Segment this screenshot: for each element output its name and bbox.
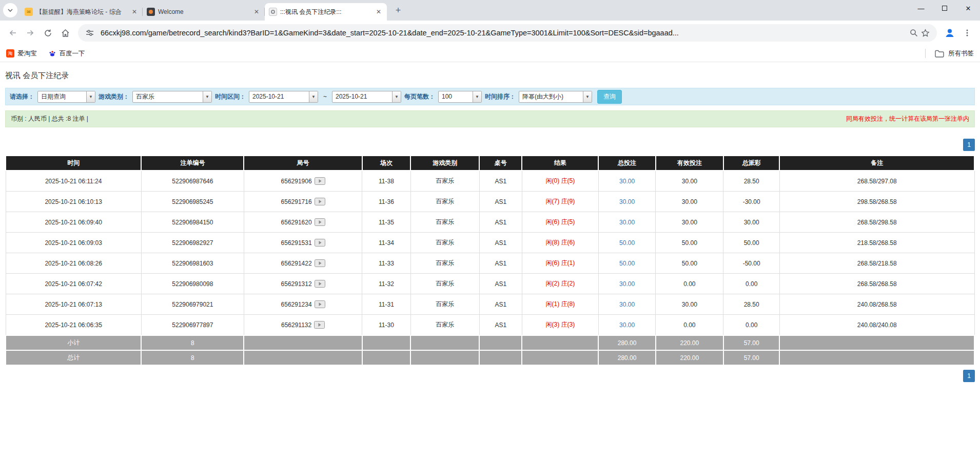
header-round-no: 局号: [244, 156, 362, 171]
record-favicon-icon: [269, 8, 277, 16]
date-start-picker[interactable]: 2025-10-21 ▼: [249, 91, 318, 103]
page-number-button[interactable]: 1: [963, 139, 975, 151]
header-total-bet: 总投注: [598, 156, 655, 171]
tab-close-icon[interactable]: ✕: [252, 8, 261, 16]
cell-table-no: AS1: [479, 253, 522, 274]
forum-favicon-icon: ✉: [25, 8, 33, 16]
tab-welcome[interactable]: Welcome ✕: [143, 3, 265, 21]
cell-bet-no: 522906984150: [141, 212, 244, 233]
header-table-no: 桌号: [479, 156, 522, 171]
forward-button[interactable]: [22, 24, 39, 42]
tab-close-icon[interactable]: ✕: [375, 8, 383, 16]
bookmark-baidu[interactable]: 百度一下: [48, 49, 85, 58]
page-size-value: 100: [439, 91, 473, 102]
tab-forum[interactable]: ✉ 【新提醒】海燕策略论坛 - 综合 ✕: [21, 3, 143, 21]
result-player: 闲(7): [545, 198, 559, 205]
new-tab-button[interactable]: +: [391, 3, 405, 17]
cell-note: 298.58/268.58: [779, 192, 974, 212]
round-replay-icon[interactable]: [315, 198, 325, 205]
profile-avatar[interactable]: [941, 24, 958, 42]
site-settings-icon[interactable]: [84, 27, 95, 39]
tab-bet-record[interactable]: :::视讯 会员下注纪录::: ✕: [265, 3, 387, 21]
total-bet-link[interactable]: 30.00: [619, 178, 635, 185]
cell-session: 11-35: [362, 212, 410, 233]
cell-round-no: 656291312: [244, 274, 362, 294]
round-replay-icon[interactable]: [315, 177, 325, 185]
total-bet-link[interactable]: 30.00: [619, 280, 635, 288]
result-player: 闲(6): [545, 259, 559, 267]
round-replay-icon[interactable]: [315, 259, 325, 267]
round-replay-icon[interactable]: [315, 280, 325, 288]
reload-icon: [44, 29, 52, 37]
total-bet-link[interactable]: 30.00: [619, 219, 635, 226]
cell-session: 11-32: [362, 274, 410, 294]
total-bet-link[interactable]: 30.00: [619, 301, 635, 308]
page-size-label: 每页笔数：: [404, 92, 435, 101]
cell-time: 2025-10-21 06:07:42: [6, 274, 141, 294]
cell-game-type: 百家乐: [410, 294, 479, 315]
welcome-favicon-icon: [147, 8, 155, 16]
cell-valid-bet: 30.00: [656, 212, 723, 233]
result-banker: 庄(8): [561, 300, 575, 308]
table-row: 2025-10-21 06:10:13 522906985245 6562917…: [6, 192, 974, 212]
summary-bar: 币别 : 人民币 | 总共 :8 注单 | 同局有效投注，统一计算在该局第一张注…: [5, 110, 975, 127]
round-replay-icon[interactable]: [314, 321, 325, 329]
cell-table-no: AS1: [479, 274, 522, 294]
dropdown-arrow-icon[interactable]: ▼: [473, 91, 481, 102]
cell-game-type: 百家乐: [410, 233, 479, 253]
browser-menu-button[interactable]: [958, 24, 976, 42]
round-number: 656291422: [281, 260, 312, 267]
sort-dropdown[interactable]: 降幂(由大到小) ▼: [519, 91, 592, 103]
zoom-icon[interactable]: [908, 27, 919, 39]
dropdown-arrow-icon[interactable]: ▼: [203, 91, 211, 102]
round-replay-icon[interactable]: [315, 239, 325, 247]
home-button[interactable]: [56, 24, 74, 42]
cell-note: 240.08/268.58: [779, 294, 974, 315]
bookmark-taobao[interactable]: 淘 爱淘宝: [6, 49, 37, 58]
result-banker: 庄(3): [561, 321, 575, 328]
minimize-button[interactable]: —: [909, 0, 933, 16]
table-row: 2025-10-21 06:11:24 522906987646 6562919…: [6, 171, 974, 192]
page-size-dropdown[interactable]: 100 ▼: [438, 91, 482, 103]
cell-time: 2025-10-21 06:09:03: [6, 233, 141, 253]
url-text[interactable]: 66cxkj98.com/game/betrecord_search/kind3…: [101, 29, 903, 37]
game-type-dropdown[interactable]: 百家乐 ▼: [132, 91, 212, 103]
dropdown-arrow-icon[interactable]: ▼: [583, 91, 592, 102]
cell-total-bet: 30.00: [598, 294, 655, 315]
dropdown-arrow-icon[interactable]: ▼: [86, 91, 95, 102]
folder-icon: [935, 50, 944, 58]
forward-arrow-icon: [26, 28, 35, 37]
bookmark-star-icon[interactable]: [919, 27, 931, 39]
total-bet-link[interactable]: 30.00: [619, 321, 635, 329]
cell-result: 闲(0) 庄(5): [522, 171, 598, 192]
tab-close-icon[interactable]: ✕: [130, 8, 139, 16]
date-end-picker[interactable]: 2025-10-21 ▼: [332, 91, 401, 103]
tab-search-button[interactable]: [3, 3, 17, 17]
summary-notice: 同局有效投注，统一计算在该局第一张注单内: [846, 115, 969, 123]
address-bar[interactable]: 66cxkj98.com/game/betrecord_search/kind3…: [78, 24, 937, 42]
page-title: 视讯 会员下注纪录: [5, 71, 975, 81]
dropdown-arrow-icon[interactable]: ▼: [309, 91, 318, 102]
back-arrow-icon: [8, 28, 17, 37]
select-mode-dropdown[interactable]: 日期查询 ▼: [37, 91, 95, 103]
subtotal-payout: 57.00: [723, 335, 780, 350]
back-button[interactable]: [4, 24, 22, 42]
dropdown-arrow-icon[interactable]: ▼: [392, 91, 401, 102]
subtotal-label: 小计: [6, 335, 141, 350]
total-bet-link[interactable]: 50.00: [619, 260, 635, 267]
round-replay-icon[interactable]: [315, 300, 325, 308]
all-bookmarks[interactable]: 所有书签: [925, 49, 974, 58]
cell-bet-no: 522906980098: [141, 274, 244, 294]
reload-button[interactable]: [39, 24, 56, 42]
search-button[interactable]: 查询: [597, 90, 622, 104]
total-bet-link[interactable]: 50.00: [619, 239, 635, 247]
header-note: 备注: [779, 156, 974, 171]
maximize-button[interactable]: [933, 0, 956, 16]
result-player: 闲(2): [545, 280, 559, 287]
page-number-button[interactable]: 1: [963, 370, 975, 382]
table-body: 2025-10-21 06:11:24 522906987646 6562919…: [6, 171, 974, 335]
cell-note: 268.58/298.58: [779, 212, 974, 233]
total-bet-link[interactable]: 30.00: [619, 198, 635, 205]
round-replay-icon[interactable]: [315, 218, 325, 226]
close-button[interactable]: ✕: [956, 0, 980, 16]
